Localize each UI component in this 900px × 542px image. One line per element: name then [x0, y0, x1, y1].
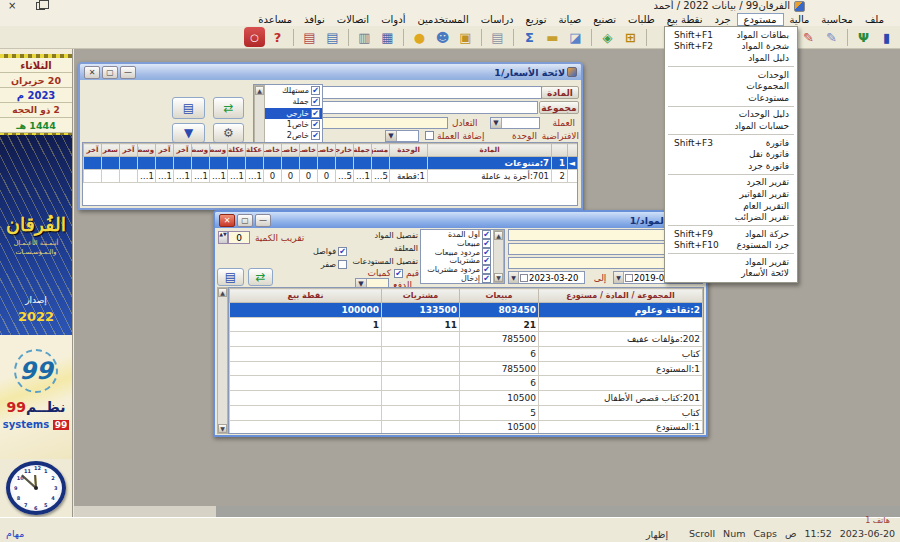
table-cell[interactable]	[230, 420, 382, 434]
menu-item[interactable]: تقرير الفواتير	[665, 188, 797, 200]
checklist-item[interactable]: خارجي	[265, 108, 322, 119]
table-cell[interactable]	[174, 157, 192, 170]
table-cell[interactable]	[318, 157, 336, 170]
table-cell[interactable]: 6	[460, 376, 539, 391]
table-cell[interactable]	[120, 157, 138, 170]
table-cell[interactable]	[228, 157, 246, 170]
quantities-checkbox[interactable]	[394, 269, 403, 278]
table-cell[interactable]	[382, 347, 460, 362]
menu-item[interactable]: دليل المواد	[665, 52, 797, 64]
inventory-table-scrollbar[interactable]: ▲▼	[217, 287, 228, 434]
column-header[interactable]: آخر	[84, 144, 102, 157]
date-checkbox[interactable]	[520, 274, 528, 282]
table-cell[interactable]: …5	[372, 170, 390, 183]
table-cell[interactable]	[230, 361, 382, 376]
chevron-down-icon[interactable]: ▼	[509, 272, 519, 283]
refresh-button[interactable]: ⇄	[213, 97, 244, 119]
default-unit-dropdown[interactable]: ▼	[385, 130, 419, 142]
column-header[interactable]	[552, 144, 568, 157]
checklist-item[interactable]: المعلقة	[333, 242, 431, 255]
table-cell[interactable]	[390, 157, 428, 170]
table-cell[interactable]: 2:ثقافة وعلوم	[539, 303, 703, 318]
checklist-item[interactable]: مبيعات	[421, 239, 493, 248]
database-icon[interactable]: ▥	[354, 27, 375, 47]
checklist-item[interactable]: مشتريات	[421, 256, 493, 265]
menubar-item[interactable]: مساعدة	[252, 13, 298, 26]
menubar-item[interactable]: طلبات	[622, 13, 661, 26]
menubar-item[interactable]: نوافذ	[298, 13, 331, 26]
inventory-titlebar[interactable]: ✕ ▢ — جرد المواد/1	[215, 212, 706, 228]
table-cell[interactable]: ◄	[568, 157, 578, 170]
date-checkbox[interactable]	[625, 274, 633, 282]
table-cell[interactable]	[382, 420, 460, 434]
menubar-item[interactable]: أدوات	[375, 13, 411, 26]
print-button[interactable]: ▤	[217, 268, 244, 286]
cart-icon[interactable]: ⊞	[620, 27, 641, 47]
stepper-arrows-icon[interactable]: ▲▼	[218, 231, 228, 244]
table-cell[interactable]	[84, 170, 102, 183]
table-cell[interactable]	[230, 332, 382, 347]
menubar-item[interactable]: توزيع	[520, 13, 553, 26]
checklist-item[interactable]: خاص2	[265, 130, 322, 141]
table-cell[interactable]: …1	[246, 170, 264, 183]
table-cell[interactable]: 10500	[460, 391, 539, 406]
save-button[interactable]: ▼	[172, 123, 205, 143]
menu-item[interactable]: دليل الوحدات	[665, 109, 797, 121]
table-cell[interactable]	[120, 170, 138, 183]
menu-item[interactable]: فاتورة جرد	[665, 160, 797, 172]
wallet-icon[interactable]: ◈	[597, 27, 618, 47]
column-header[interactable]: آخر	[120, 144, 138, 157]
table-cell[interactable]: 0	[282, 170, 300, 183]
menu-item[interactable]: تقرير الضرائب	[665, 211, 797, 223]
table-cell[interactable]: 201:كتاب قصص الأطفال	[539, 391, 703, 406]
table-cell[interactable]	[568, 170, 578, 183]
checklist-item[interactable]: جملة	[265, 96, 322, 107]
table-row[interactable]: 6	[230, 376, 703, 391]
column-header[interactable]: آخر	[174, 144, 192, 157]
inventory-close-icon[interactable]: ✕	[219, 214, 235, 227]
menubar-item[interactable]: المستخدمين	[411, 13, 474, 26]
table-row[interactable]: ◄17:متنوعات	[84, 157, 578, 170]
table-cell[interactable]: …1	[192, 170, 210, 183]
menu-item[interactable]: مستودعات	[665, 92, 797, 104]
menu-item[interactable]: Shift+F1بطاقات المواد	[665, 29, 797, 41]
palm-trees-icon[interactable]: Ψ	[853, 27, 874, 47]
tools-button[interactable]: ⚙	[213, 123, 244, 143]
menu-item[interactable]: التقرير العام	[665, 200, 797, 212]
table-cell[interactable]	[102, 157, 120, 170]
menu-item[interactable]: لائحة الأسعار	[665, 268, 797, 280]
table-cell[interactable]: …1	[174, 170, 192, 183]
menu-item[interactable]: فاتورة نقل	[665, 148, 797, 160]
checklist-item[interactable]: تفصيل المواد	[333, 229, 431, 242]
menu-item[interactable]: الوحدات	[665, 69, 797, 81]
checklist-item[interactable]: أول المدة	[421, 230, 493, 239]
currency-dropdown[interactable]: ▼	[490, 117, 540, 129]
table-row[interactable]: 21111	[230, 317, 703, 332]
table-cell[interactable]	[84, 157, 102, 170]
menu-item[interactable]: Shift+F3فاتورة	[665, 137, 797, 149]
round-qty-stepper[interactable]: ▲▼ 0	[218, 231, 250, 244]
sigma-icon[interactable]: Σ	[519, 27, 540, 47]
table-cell[interactable]	[230, 391, 382, 406]
table-cell[interactable]: 1:قطعة	[390, 170, 428, 183]
column-header[interactable]: وسط	[210, 144, 228, 157]
table-cell[interactable]: 1:المستودع	[539, 361, 703, 376]
table-cell[interactable]: 0	[300, 170, 318, 183]
table-row[interactable]: كتاب5	[230, 405, 703, 420]
scroll-down-icon[interactable]: ▼	[494, 273, 503, 282]
checkbox[interactable]	[482, 256, 491, 265]
table-cell[interactable]: 5	[460, 405, 539, 420]
menubar-item[interactable]: نقطة بيع	[661, 13, 709, 26]
menubar-item[interactable]: مالية	[784, 13, 816, 26]
bottom-strip-dark[interactable]	[216, 506, 900, 517]
table-cell[interactable]: 701:أجرة يد عاملة	[428, 170, 552, 183]
table-cell[interactable]	[192, 157, 210, 170]
table-cell[interactable]: 7:متنوعات	[428, 157, 552, 170]
app-close-icon[interactable]: ×	[8, 0, 16, 12]
book-icon[interactable]: ▮	[876, 27, 897, 47]
table-cell[interactable]	[230, 405, 382, 420]
table-cell[interactable]	[382, 361, 460, 376]
table-cell[interactable]	[264, 157, 282, 170]
checkbox[interactable]	[482, 274, 491, 283]
table-cell[interactable]: …1	[354, 170, 372, 183]
